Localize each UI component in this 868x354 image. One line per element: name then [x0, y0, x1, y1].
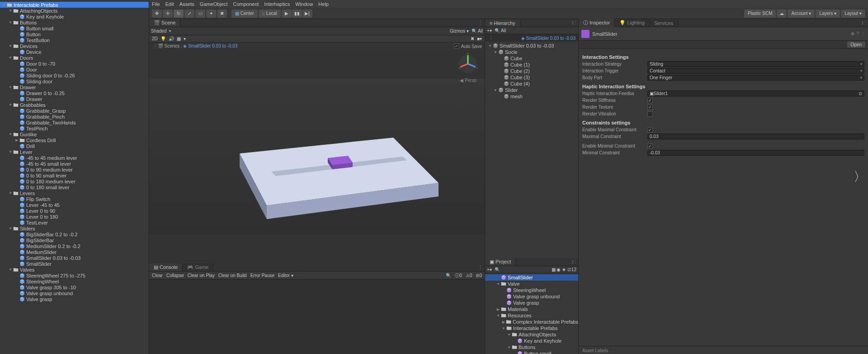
max-constraint-field[interactable]: 0.03 — [647, 134, 864, 139]
layout-dropdown[interactable]: Layout ▾ — [841, 10, 865, 18]
tool-custom[interactable]: ✖ — [217, 10, 227, 18]
project-item[interactable]: SmallSlider — [485, 274, 578, 281]
cloud-icon[interactable]: ☁ — [777, 10, 787, 18]
menu-file[interactable]: File — [152, 1, 160, 7]
help-icon[interactable]: ? — [856, 31, 859, 36]
left-project-tree[interactable]: ▼Interactable Prefabs▼AttachingObjects▶K… — [0, 0, 149, 354]
render-texture-checkbox[interactable]: ✓ — [647, 105, 653, 110]
menu-edit[interactable]: Edit — [165, 1, 174, 7]
tree-item[interactable]: ▶Drawer — [0, 96, 149, 102]
persp-label[interactable]: ◀ Persp — [460, 78, 476, 83]
tab-services[interactable]: Services — [650, 19, 678, 27]
tree-item[interactable]: ▶BigSliderBar 0.2 to -0.2 — [0, 231, 149, 237]
hierarchy-tree[interactable]: ▼SmallSlider 0.03 to -0.03▼SocleCubeCube… — [485, 42, 578, 258]
menu-gameobject[interactable]: GameObject — [200, 1, 228, 7]
console-clear-on-build[interactable]: Clear on Build — [218, 273, 247, 278]
shading-mode[interactable]: Shaded — [151, 29, 166, 33]
tool-hand[interactable]: ✥ — [152, 10, 162, 18]
scene-viewport[interactable]: y z x ◀ Persp — [149, 50, 485, 263]
tree-item[interactable]: ▼Buttons — [0, 19, 149, 25]
tree-item[interactable]: ▼Sliders — [0, 225, 149, 231]
console-clear[interactable]: Clear — [152, 273, 163, 278]
tree-item[interactable]: ▶Grabbable_Pinch — [0, 114, 149, 120]
interaction-strategy-dropdown[interactable]: Sliding — [647, 61, 864, 67]
tree-item[interactable]: ▶Sliding door 0 to -0.26 — [0, 72, 149, 78]
bc-scenes[interactable]: 🎬 Scenes — [158, 43, 179, 48]
play-button[interactable]: ▶ — [282, 10, 292, 18]
static-icon[interactable]: ⊕ — [851, 31, 854, 36]
tree-item[interactable]: ▶Valve grasp — [0, 296, 149, 302]
tree-item[interactable]: ▶Button small — [0, 25, 149, 31]
console-body[interactable] — [149, 280, 485, 354]
tab-console[interactable]: ▤ Console — [149, 263, 183, 271]
project-item[interactable]: Button small — [485, 350, 578, 354]
hierarchy-item[interactable]: ▼SmallSlider 0.03 to -0.03 — [485, 43, 578, 49]
tree-item[interactable]: ▶Lever 0 to 90 — [0, 208, 149, 214]
tree-item[interactable]: ▼Devices — [0, 43, 149, 49]
tree-item[interactable]: ▶0 to 180 small lever — [0, 184, 149, 190]
project-item[interactable]: ▼Interactable Prefabs — [485, 325, 578, 331]
render-stiffness-checkbox[interactable]: ✓ — [647, 98, 653, 103]
enable-max-constraint-checkbox[interactable]: ✓ — [647, 127, 653, 133]
min-constraint-field[interactable]: -0.03 — [647, 150, 864, 156]
gizmos-dropdown[interactable]: Gizmos ▾ — [450, 29, 469, 33]
tree-item[interactable]: ▶Grabbable_Grasp — [0, 108, 149, 114]
tree-item[interactable]: ▶MediumSlider 0.2 to -0.2 — [0, 243, 149, 249]
tab-lighting[interactable]: 💡 Lighting — [615, 19, 650, 27]
pause-button[interactable]: ▮▮ — [292, 10, 302, 18]
tree-item[interactable]: ▶-45 to 45 medium lever — [0, 155, 149, 161]
project-item[interactable]: Valve grasp unbound — [485, 293, 578, 300]
hierarchy-item[interactable]: Cube (4) — [485, 81, 578, 87]
project-add[interactable]: +▾ — [487, 267, 492, 272]
menu-interhaptics[interactable]: Interhaptics — [264, 1, 290, 7]
project-item[interactable]: ▶Materials — [485, 306, 578, 312]
tree-item[interactable]: ▶0 to 90 medium lever — [0, 167, 149, 172]
tree-item[interactable]: ▶Drill — [0, 143, 149, 149]
tool-scale[interactable]: ⤢ — [184, 10, 194, 18]
hierarchy-add[interactable]: +▾ — [487, 28, 492, 33]
tool-move[interactable]: ✢ — [163, 10, 173, 18]
render-vibration-checkbox[interactable] — [647, 111, 653, 117]
hierarchy-item[interactable]: ▼Slider — [485, 87, 578, 93]
auto-save-toggle[interactable]: ✓Auto Save — [454, 43, 482, 49]
interaction-trigger-dropdown[interactable]: Contact — [647, 68, 864, 74]
2d-toggle[interactable]: 2D — [152, 36, 158, 41]
project-item[interactable]: ▼Buttons — [485, 344, 578, 350]
tree-item[interactable]: ▼Drawer — [0, 84, 149, 90]
tree-item[interactable]: ▼Interactable Prefabs — [0, 2, 149, 8]
tree-item[interactable]: ▶BigSliderBar — [0, 237, 149, 243]
tree-item[interactable]: ▶Cordless Drill — [0, 137, 149, 143]
tree-item[interactable]: ▶SteeringWheel — [0, 278, 149, 284]
tree-item[interactable]: ▶Lever -45 to 45 — [0, 202, 149, 208]
tree-item[interactable]: ▼Valves — [0, 267, 149, 273]
tool-rect[interactable]: ▭ — [195, 10, 205, 18]
tab-project[interactable]: ▣ Project — [485, 258, 516, 266]
tab-scene[interactable]: 🎬 Scene — [149, 19, 180, 27]
tree-item[interactable]: ▶Lever 0 to 180 — [0, 214, 149, 220]
orientation-gizmo[interactable]: y z x — [457, 53, 479, 75]
project-tree[interactable]: SmallSlider▼ValveSteeringWheelValve gras… — [485, 273, 578, 354]
console-filter[interactable]: ⚠0 — [466, 273, 472, 278]
body-part-dropdown[interactable]: One Finger — [647, 75, 864, 81]
project-item[interactable]: SteeringWheel — [485, 287, 578, 293]
plastic-scm[interactable]: Plastic SCM — [744, 10, 776, 18]
tree-item[interactable]: ▶-45 to 45 small lever — [0, 161, 149, 167]
menu-window[interactable]: Window — [295, 1, 313, 7]
bc-prefab[interactable]: ◈ SmallSlider 0.03 to -0.03 — [183, 43, 237, 48]
project-item[interactable]: ▶Complex Interactable Prefabs — [485, 319, 578, 325]
tab-game[interactable]: 🎮 Game — [183, 263, 213, 271]
console-clear-on-play[interactable]: Clear on Play — [188, 273, 215, 278]
project-item[interactable]: ▼AttachingObjects — [485, 331, 578, 338]
tree-item[interactable]: ▶SmallSlider 0.03 to -0.03 — [0, 255, 149, 261]
console-filter[interactable]: ⊘0 — [476, 273, 482, 278]
console-error-pause[interactable]: Error Pause — [250, 273, 274, 278]
tree-item[interactable]: ▶0 to 90 small lever — [0, 172, 149, 178]
project-item[interactable]: Key and Keyhole — [485, 338, 578, 344]
hierarchy-item[interactable]: mesh — [485, 93, 578, 100]
next-arrow[interactable]: 〉 — [854, 168, 866, 186]
space-toggle[interactable]: ⌂ Local — [259, 10, 281, 18]
tree-item[interactable]: ▶SteeringWheel 275 to -275 — [0, 273, 149, 278]
project-item[interactable]: ▼Resources — [485, 312, 578, 319]
menu-component[interactable]: Component — [233, 1, 259, 7]
menu-assets[interactable]: Assets — [179, 1, 194, 7]
